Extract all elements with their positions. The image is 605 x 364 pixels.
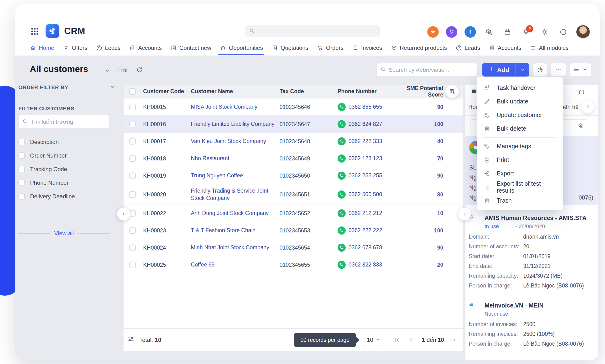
table-row-KH00023[interactable]: KH00023T & T Fashion Store Chain01023456… [123,222,463,239]
add-button[interactable]: Add [482,63,529,77]
ideas-button[interactable] [446,26,457,38]
call-button[interactable] [337,137,346,145]
table-row-KH00017[interactable]: KH00017Van Kieu Joint Stock Company01023… [123,133,463,150]
table-row-KH00016[interactable]: KH00016Friendly Limited Liability Compan… [123,116,463,133]
prev-page-button[interactable] [405,334,417,346]
user-avatar[interactable] [576,25,590,39]
table-row-KH00025[interactable]: KH00025Coffee 6901023456550362 822 83320 [123,256,463,273]
view-all-link[interactable]: View all [54,230,74,237]
cell-customer-name-link[interactable]: Friendly Trading & Service Joint Stock C… [191,187,276,202]
filter-item-phone-number[interactable]: Phone Number [18,176,116,190]
row-checkbox[interactable] [129,155,136,162]
cell-phone[interactable]: 0362 500 500 [337,191,382,199]
cell-phone[interactable]: 0362 855 655 [337,103,382,111]
order-filter-section[interactable]: ORDER FILTER BY [18,84,116,91]
col-phone-number[interactable]: Phone Number [337,88,377,95]
more-actions-button[interactable] [551,63,566,77]
nav-item-quotations[interactable]: $Quotations [271,40,308,55]
table-row-KH00022[interactable]: KH00022Anh Dung Joint Stock Company01023… [123,205,463,222]
row-checkbox[interactable] [129,227,136,234]
col-tax-code[interactable]: Tax Code [280,88,304,95]
list-search-input[interactable]: Search by Abbreviation, [376,63,478,77]
nav-item-returned-products[interactable]: Returned products [391,40,447,55]
table-row-KH00024[interactable]: KH00024Minh Nhat Joint Stock Company0102… [123,239,463,256]
row-checkbox[interactable] [129,210,136,216]
facebook-button[interactable]: f [464,26,476,38]
first-page-button[interactable] [391,334,403,346]
cell-customer-name-link[interactable]: Nho Restaurant [191,155,276,162]
cell-phone[interactable]: 0362 212 212 [337,209,382,217]
headphones-icon[interactable] [578,88,586,97]
table-row-KH00018[interactable]: KH00018Nho Restaurant01023456490362 123 … [123,150,463,167]
cell-customer-name-link[interactable]: Trung Nguyen Coffee [191,172,276,179]
menu-item-trash[interactable]: Trash [477,194,563,208]
app-status-link[interactable]: Not in use [484,311,508,317]
refresh-button[interactable] [136,66,143,75]
cell-phone[interactable]: 0362 222 333 [337,137,382,145]
cell-phone[interactable]: 0362 222 222 [337,226,382,234]
nav-item-orders[interactable]: Orders [317,40,343,55]
call-button[interactable] [337,209,346,217]
nav-item-contact-new[interactable]: Contact new [170,40,211,55]
cell-phone[interactable]: 0362 255 255 [337,172,382,180]
menu-item-task-handover[interactable]: Task handover [477,81,563,95]
nav-item-leads[interactable]: Leads [456,40,480,55]
nav-item-home[interactable]: Home [30,40,54,55]
calendar-button[interactable] [502,26,513,38]
cell-customer-name-link[interactable]: T & T Fashion Store Chain [191,227,276,234]
cell-phone[interactable]: 0362 123 123 [337,155,382,163]
row-checkbox[interactable] [129,121,136,127]
global-search-input[interactable] [245,26,379,37]
favorites-button[interactable] [427,26,439,38]
nav-item-accounts[interactable]: Accounts [489,40,522,55]
filter-item-order-number[interactable]: Order Number [18,149,116,162]
menu-item-bulk-update[interactable]: Bulk update [477,95,563,108]
edit-view-link[interactable]: Edit [117,66,128,74]
cell-customer-name-link[interactable]: Minh Nhat Joint Stock Company [191,244,276,251]
row-checkbox[interactable] [129,138,136,144]
call-button[interactable] [337,261,346,269]
call-button[interactable] [337,226,346,234]
app-launcher-button[interactable] [30,26,39,36]
nav-item-all-modules[interactable]: All modules [530,40,568,55]
menu-item-export-list-of-test-results[interactable]: Export list of test results [477,180,563,194]
nav-item-invoices[interactable]: Invoices [352,40,382,55]
checkbox[interactable] [18,180,25,186]
checkbox[interactable] [18,152,25,159]
call-button[interactable] [337,120,346,128]
package-search-button[interactable] [483,26,495,38]
menu-item-print[interactable]: Print [477,153,563,167]
nav-item-offers[interactable]: Offers [63,40,87,55]
view-mode-button[interactable] [570,63,592,77]
menu-item-export[interactable]: Export [477,167,563,180]
cell-customer-name-link[interactable]: MISA Joint Stock Company [191,103,276,111]
add-dropdown-caret[interactable] [515,63,529,77]
menu-item-bulk-delete[interactable]: Bulk delete [477,122,563,135]
report-button[interactable] [533,63,547,77]
add-column-button[interactable] [445,85,459,98]
help-button[interactable]: ? [558,26,569,38]
call-button[interactable] [337,103,346,111]
next-page-button[interactable] [448,334,461,346]
call-button[interactable] [337,244,346,252]
cell-customer-name-link[interactable]: Anh Dung Joint Stock Company [191,209,276,217]
cell-customer-name-link[interactable]: Van Kieu Joint Stock Company [191,138,276,145]
view-switcher-chevron[interactable] [104,67,111,75]
table-row-KH00015[interactable]: KH00015MISA Joint Stock Company010234564… [123,98,463,116]
nav-item-leads[interactable]: Leads [96,40,121,55]
filter-item-description[interactable]: Description [18,135,116,149]
table-row-KH00020[interactable]: KH00020Friendly Trading & Service Joint … [123,184,463,205]
table-row-KH00019[interactable]: KH00019Trung Nguyen Coffee01023456500362… [123,167,463,184]
settings-button[interactable] [539,26,550,38]
nav-item-opportunities[interactable]: Opportunities [220,40,263,55]
row-checkbox[interactable] [129,244,136,251]
filter-item-delivery-deadline[interactable]: Delivery Deadline [18,190,116,203]
select-all-checkbox[interactable] [129,88,136,95]
checkbox[interactable] [18,139,25,145]
scroll-right-button[interactable] [458,208,471,221]
row-checkbox[interactable] [129,261,136,268]
page-size-select[interactable]: 10 [362,333,385,347]
row-checkbox[interactable] [129,104,136,110]
notifications-button[interactable]: 2 [520,26,532,38]
call-button[interactable] [337,172,346,180]
